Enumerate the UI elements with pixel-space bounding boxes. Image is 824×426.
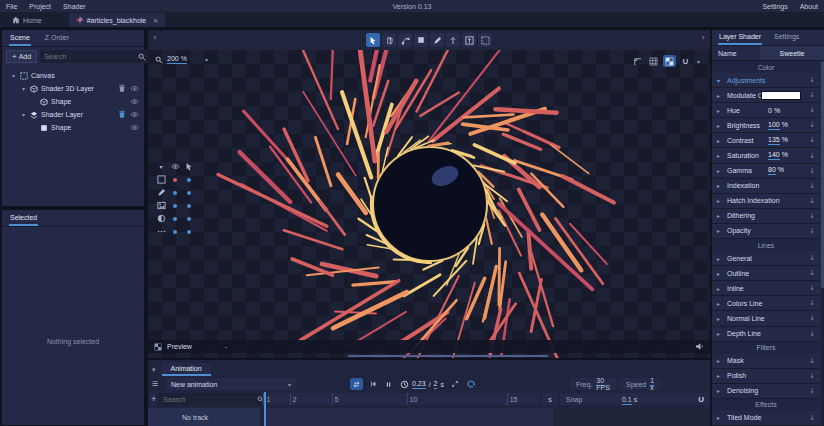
scroll-left-icon[interactable]: ‹ (153, 32, 157, 42)
menu-file[interactable]: File (6, 3, 17, 10)
reset-icon[interactable]: ↓ (809, 314, 815, 322)
reset-icon[interactable]: ↓ (809, 152, 815, 160)
close-icon[interactable]: × (153, 16, 158, 25)
horizontal-scrollbar[interactable] (348, 355, 548, 357)
value-number[interactable]: 80 (768, 166, 776, 175)
chevron-right-icon[interactable]: ▸ (717, 212, 724, 219)
tab-selected[interactable]: Selected (9, 210, 38, 226)
animation-menu-icon[interactable]: ☰ (152, 380, 158, 388)
reset-icon[interactable]: ↓ (809, 212, 815, 220)
playhead[interactable] (264, 392, 266, 426)
chevron-right-icon[interactable]: ▸ (717, 167, 724, 174)
hand-tool-button[interactable] (382, 33, 396, 47)
property-row-depth-line[interactable]: ▸Depth Line↓ (712, 327, 820, 342)
menu-shader[interactable]: Shader (63, 3, 86, 10)
reset-icon[interactable]: ↓ (809, 227, 815, 235)
tree-row-shader-layer[interactable]: ▾Shader Layer (2, 108, 144, 121)
animation-select[interactable]: New animation ▾ (166, 378, 296, 390)
menu-settings[interactable]: Settings (762, 3, 787, 10)
chevron-down-icon[interactable]: ▾ (717, 77, 724, 84)
cursor-icon[interactable] (182, 162, 196, 171)
color-swatch[interactable] (761, 91, 801, 100)
reset-icon[interactable]: ↓ (809, 284, 815, 292)
tab-document[interactable]: #articles_blackhole × (69, 13, 165, 27)
visibility-dot-blue[interactable] (168, 230, 182, 234)
visibility-dot-blue[interactable] (182, 217, 196, 221)
reset-icon[interactable]: ↓ (809, 197, 815, 205)
property-row-adjustments[interactable]: ▾Adjustments↓ (712, 73, 820, 88)
chevron-right-icon[interactable]: ▸ (717, 255, 724, 262)
property-row-normal-line[interactable]: ▸Normal Line↓ (712, 311, 820, 326)
checker-background-icon[interactable] (663, 55, 676, 67)
tree-row-shape[interactable]: Shape (2, 95, 144, 108)
name-input[interactable] (763, 50, 821, 57)
property-value[interactable]: 80% (768, 166, 784, 175)
grid-icon[interactable] (647, 55, 660, 67)
reset-icon[interactable]: ↓ (809, 299, 815, 307)
visibility-dot-blue[interactable] (182, 230, 196, 234)
snap-box[interactable]: Snap 0.1 s U (560, 393, 710, 405)
tree-row-canvas[interactable]: ▾Canvas (2, 69, 144, 82)
speed-box[interactable]: Speed 1 x (620, 378, 660, 390)
chevron-right-icon[interactable]: ▸ (717, 330, 724, 337)
mask-icon[interactable] (154, 214, 168, 223)
value-number[interactable]: 135 (768, 136, 780, 145)
property-row-dithering[interactable]: ▸Dithering↓ (712, 209, 820, 224)
menu-about[interactable]: About (800, 3, 818, 10)
sync-button[interactable] (465, 378, 478, 390)
property-row-general[interactable]: ▸General↓ (712, 251, 820, 266)
eye-icon[interactable] (130, 85, 139, 92)
property-row-outline[interactable]: ▸Outline↓ (712, 266, 820, 281)
visibility-dot-red[interactable] (168, 178, 182, 182)
property-value[interactable]: 135% (768, 136, 788, 145)
scene-search-input[interactable] (44, 53, 135, 60)
reset-icon[interactable]: ↓ (809, 182, 815, 190)
speaker-icon[interactable] (695, 342, 704, 351)
chevron-right-icon[interactable]: ▸ (717, 357, 724, 364)
tab-scene[interactable]: Scene (9, 30, 31, 46)
eye-icon[interactable] (130, 111, 139, 118)
reset-icon[interactable]: ↓ (809, 254, 815, 262)
snap-magnet-icon[interactable]: U (698, 395, 704, 404)
tab-settings[interactable]: Settings (773, 30, 800, 45)
viewport-canvas[interactable]: 200 % ▾ U ▾ ▾ Preview - (148, 50, 710, 358)
tree-caret-icon[interactable]: ▾ (20, 111, 27, 118)
eye-icon[interactable] (130, 98, 139, 105)
property-row-saturation[interactable]: ▸Saturation140%↓ (712, 148, 820, 163)
expand-timeline-icon[interactable] (449, 378, 462, 390)
tree-caret-icon[interactable]: ▾ (10, 72, 17, 79)
reset-icon[interactable]: ↓ (809, 121, 815, 129)
move-up-tool-button[interactable] (446, 33, 460, 47)
visibility-dot-blue[interactable] (168, 217, 182, 221)
property-row-denoising[interactable]: ▸Denoising↓ (712, 384, 820, 399)
chevron-right-icon[interactable]: ▸ (717, 197, 724, 204)
track-search-input[interactable] (163, 396, 254, 403)
chevron-right-icon[interactable]: ▸ (717, 107, 724, 114)
visibility-dot-blue[interactable] (168, 191, 182, 195)
value-number[interactable]: 140 (768, 151, 780, 160)
tree-caret-icon[interactable]: ▾ (20, 85, 27, 92)
chevron-right-icon[interactable]: ▸ (717, 387, 724, 394)
add-track-button[interactable]: + (151, 393, 156, 405)
view-options-dropdown-icon[interactable]: ▾ (695, 55, 702, 67)
snap-value[interactable]: 0.1 (622, 396, 632, 405)
reset-icon[interactable]: ↓ (809, 372, 815, 380)
visibility-dot-blue[interactable] (168, 204, 182, 208)
chevron-right-icon[interactable]: ▸ (717, 227, 724, 234)
zoom-value[interactable]: 200 (167, 55, 179, 62)
chevron-right-icon[interactable]: ▸ (717, 122, 724, 129)
visibility-dot-blue[interactable] (182, 204, 196, 208)
eye-icon[interactable] (130, 124, 139, 131)
timeline-ruler[interactable]: 1251015 (262, 393, 540, 405)
duration-value[interactable]: 2 (434, 380, 438, 389)
property-value[interactable]: 140% (768, 151, 788, 160)
property-value[interactable]: 0% (768, 107, 780, 114)
property-row-inline[interactable]: ▸Inline↓ (712, 281, 820, 296)
property-row-gamma[interactable]: ▸Gamma80%↓ (712, 164, 820, 179)
tab-z-order[interactable]: Z Order (44, 30, 70, 46)
chevron-right-icon[interactable]: ▸ (717, 372, 724, 379)
value-number[interactable]: 100 (768, 121, 780, 130)
property-row-polish[interactable]: ▸Polish↓ (712, 369, 820, 384)
reset-icon[interactable]: ↓ (809, 269, 815, 277)
reset-icon[interactable]: ↓ (809, 76, 815, 84)
